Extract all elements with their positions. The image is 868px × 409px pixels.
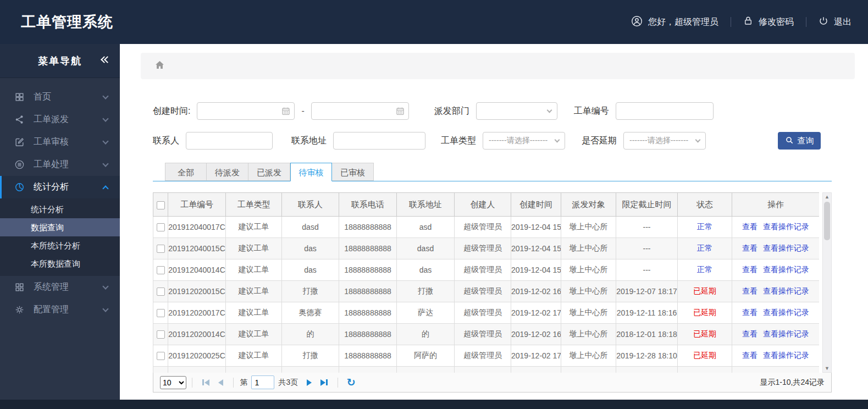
sidebar-item-dispatch[interactable]: 工单派发 <box>0 108 120 131</box>
change-password-button[interactable]: 修改密码 <box>743 16 794 28</box>
view-link[interactable]: 查看 <box>742 351 758 360</box>
row-checkbox[interactable] <box>157 245 165 253</box>
status-cell: 正常 <box>678 238 732 259</box>
view-link[interactable]: 查看 <box>742 222 758 231</box>
app-title: 工单管理系统 <box>21 12 113 32</box>
view-log-link[interactable]: 查看操作记录 <box>763 351 809 360</box>
sidebar-collapse-icon[interactable] <box>102 57 110 62</box>
view-link[interactable]: 查看 <box>742 308 758 317</box>
power-icon <box>819 16 828 28</box>
order-no-cell: 201912020014C <box>168 324 226 345</box>
address-cell: 阿萨的 <box>397 345 455 367</box>
create-time-end-input[interactable] <box>311 102 409 120</box>
address-cell: 的 <box>397 324 455 345</box>
column-header: 派发对象 <box>561 193 616 217</box>
is-delayed-select[interactable]: -------请选择------- <box>623 132 706 150</box>
address-input[interactable] <box>333 132 425 150</box>
home-icon[interactable] <box>154 59 165 73</box>
table-scrollbar[interactable]: ▲ ▼ <box>822 192 832 373</box>
refresh-icon[interactable]: ↻ <box>347 377 356 388</box>
row-checkbox[interactable] <box>157 309 165 317</box>
calendar-icon[interactable] <box>396 107 405 118</box>
contact-input[interactable] <box>186 132 273 150</box>
submenu-item-station-statistics[interactable]: 本所统计分析 <box>0 236 120 255</box>
tab-pending-review[interactable]: 待审核 <box>290 163 332 181</box>
page-number-input[interactable] <box>251 375 274 389</box>
creator-cell: 超级管理员 <box>455 238 511 259</box>
records-summary: 显示1-10,共24记录 <box>760 378 825 388</box>
view-log-link[interactable]: 查看操作记录 <box>763 329 809 338</box>
first-page-button[interactable] <box>202 379 209 386</box>
view-log-link[interactable]: 查看操作记录 <box>763 286 809 295</box>
chevron-down-icon <box>102 161 108 167</box>
submenu-item-data-query[interactable]: 数据查询 <box>0 218 120 236</box>
created-time-cell: 2019-12-02 17 <box>511 345 561 367</box>
view-link[interactable]: 查看 <box>742 265 758 274</box>
view-log-link[interactable]: 查看操作记录 <box>763 308 809 317</box>
deadline-cell: 2019-12-28 18:10 <box>616 345 678 367</box>
page-size-select[interactable]: 10 <box>160 376 186 389</box>
sidebar-item-review[interactable]: 工单审核 <box>0 131 120 153</box>
view-link[interactable]: 查看 <box>742 329 758 338</box>
phone-cell: 18888888888 <box>339 324 397 345</box>
select-all-checkbox[interactable] <box>157 201 165 209</box>
user-greeting[interactable]: 您好，超级管理员 <box>631 15 718 29</box>
column-header: 联系地址 <box>397 193 455 217</box>
sidebar-item-process[interactable]: 工单处理 <box>0 153 120 176</box>
sidebar-item-label: 配置管理 <box>34 304 103 316</box>
next-page-button[interactable] <box>307 379 312 386</box>
pager-divider <box>338 378 338 388</box>
order-no-input[interactable] <box>616 102 714 120</box>
sidebar-item-config[interactable]: 配置管理 <box>0 299 120 321</box>
search-button[interactable]: 查询 <box>778 132 821 150</box>
submenu-item-station-data-query[interactable]: 本所数据查询 <box>0 255 120 273</box>
row-checkbox[interactable] <box>157 352 165 360</box>
status-cell: 正常 <box>678 259 732 281</box>
row-checkbox[interactable] <box>157 288 165 296</box>
phone-cell: 18888888888 <box>339 259 397 281</box>
prev-page-button[interactable] <box>218 379 223 386</box>
sidebar-item-system[interactable]: 系统管理 <box>0 276 120 299</box>
dispatch-target-cell: 墩上中心所 <box>561 324 616 345</box>
scrollbar-thumb[interactable] <box>824 202 830 240</box>
view-log-link[interactable]: 查看操作记录 <box>763 244 809 252</box>
actions-cell: 查看查看操作记录 <box>732 302 820 324</box>
order-type-select[interactable]: -------请选择------- <box>483 132 565 150</box>
contact-cell: 打撒 <box>282 281 339 302</box>
address-cell: das <box>397 259 455 281</box>
order-no-cell: 201912020017C <box>168 302 226 324</box>
view-link[interactable]: 查看 <box>742 286 758 295</box>
scroll-up-icon[interactable]: ▲ <box>825 193 830 201</box>
logout-button[interactable]: 退出 <box>819 16 852 28</box>
sidebar-item-statistics[interactable]: 统计分析 <box>0 176 120 198</box>
view-log-link[interactable]: 查看操作记录 <box>763 222 809 231</box>
row-checkbox[interactable] <box>157 266 165 274</box>
phone-cell: 18888888888 <box>339 281 397 302</box>
breadcrumb <box>141 53 855 79</box>
order-no-label: 工单编号 <box>574 106 609 117</box>
tab-reviewed[interactable]: 已审核 <box>332 163 374 181</box>
last-page-button[interactable] <box>320 379 328 386</box>
sidebar-item-home[interactable]: 首页 <box>0 86 120 108</box>
order-type-cell: 建议工单 <box>226 281 282 302</box>
greeting-text: 您好，超级管理员 <box>648 16 718 28</box>
sidebar-item-label: 统计分析 <box>34 181 103 193</box>
tab-dispatched[interactable]: 已派发 <box>248 163 290 181</box>
pie-chart-icon <box>14 182 25 193</box>
tab-all[interactable]: 全部 <box>165 163 207 181</box>
phone-cell: 18888888888 <box>339 302 397 324</box>
row-checkbox[interactable] <box>157 330 165 339</box>
submenu-item-statistics[interactable]: 统计分析 <box>0 200 120 218</box>
view-link[interactable]: 查看 <box>742 244 758 252</box>
order-type-cell: 建议工单 <box>226 302 282 324</box>
tab-to-dispatch[interactable]: 待派发 <box>207 163 248 181</box>
view-log-link[interactable]: 查看操作记录 <box>763 265 809 274</box>
create-time-start-input[interactable] <box>197 102 295 120</box>
contact-cell: 奥德赛 <box>282 302 339 324</box>
share-icon <box>14 114 25 125</box>
dispatch-dept-select[interactable] <box>476 102 557 120</box>
calendar-icon[interactable] <box>281 107 290 118</box>
row-checkbox[interactable] <box>157 223 165 231</box>
table-row: 201912020017C建议工单奥德赛18888888888萨达超级管理员20… <box>153 302 820 324</box>
scroll-down-icon[interactable]: ▼ <box>825 364 830 372</box>
